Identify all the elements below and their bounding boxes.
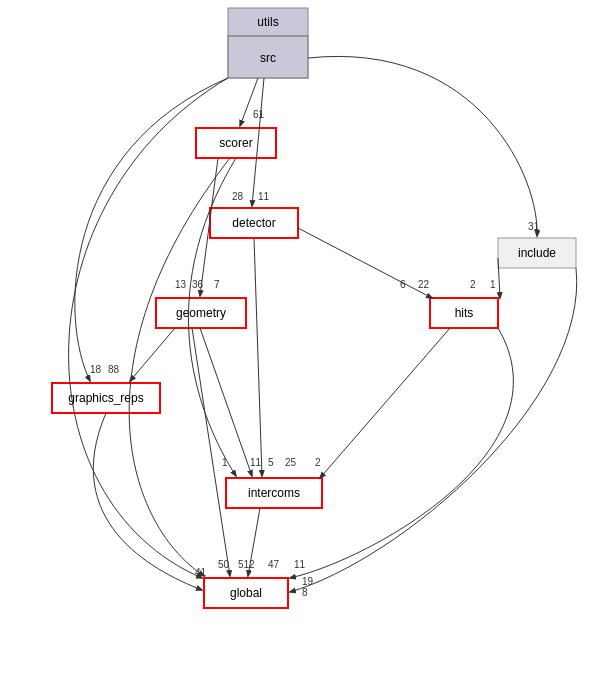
hits-label: hits <box>455 306 474 320</box>
svg-text:25: 25 <box>285 457 297 468</box>
svg-line-20 <box>298 228 432 298</box>
svg-line-29 <box>200 328 252 476</box>
svg-text:5: 5 <box>268 457 274 468</box>
svg-text:50: 50 <box>218 559 230 570</box>
svg-text:36: 36 <box>192 279 204 290</box>
geometry-label: geometry <box>176 306 226 320</box>
svg-text:6: 6 <box>400 279 406 290</box>
graph-svg: utils src scorer detector include geomet… <box>0 0 589 681</box>
svg-line-37 <box>192 328 230 576</box>
svg-text:41: 41 <box>195 567 207 578</box>
svg-text:512: 512 <box>238 559 255 570</box>
svg-text:88: 88 <box>108 364 120 375</box>
svg-line-31 <box>254 238 262 476</box>
svg-line-26 <box>130 328 175 381</box>
intercoms-label: intercoms <box>248 486 300 500</box>
scorer-label: scorer <box>219 136 252 150</box>
svg-text:18: 18 <box>90 364 102 375</box>
svg-text:13: 13 <box>175 279 187 290</box>
svg-text:19: 19 <box>302 576 314 587</box>
detector-label: detector <box>232 216 275 230</box>
graph-container: utils src scorer detector include geomet… <box>0 0 589 681</box>
svg-text:61: 61 <box>253 109 265 120</box>
utils-label: utils <box>257 15 278 29</box>
svg-text:2: 2 <box>315 457 321 468</box>
svg-text:47: 47 <box>268 559 280 570</box>
svg-text:8: 8 <box>302 587 308 598</box>
svg-text:11: 11 <box>294 559 306 570</box>
svg-text:7: 7 <box>214 279 220 290</box>
svg-text:11: 11 <box>258 191 270 202</box>
svg-text:1: 1 <box>222 457 228 468</box>
svg-text:28: 28 <box>232 191 244 202</box>
svg-line-34 <box>320 328 450 478</box>
src-label: src <box>260 51 276 65</box>
svg-text:31: 31 <box>528 221 540 232</box>
svg-text:1: 1 <box>490 279 496 290</box>
svg-text:11: 11 <box>250 457 262 468</box>
global-label: global <box>230 586 262 600</box>
svg-text:2: 2 <box>470 279 476 290</box>
svg-text:22: 22 <box>418 279 430 290</box>
include-label: include <box>518 246 556 260</box>
graphics-reps-label: graphics_reps <box>68 391 143 405</box>
